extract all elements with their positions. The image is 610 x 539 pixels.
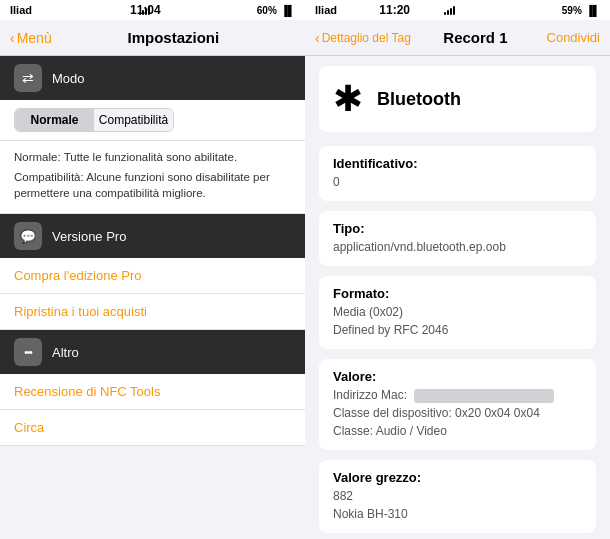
indirizzo-label: Indirizzo Mac: <box>333 388 407 402</box>
modo-label: Modo <box>52 71 85 86</box>
description-block: Normale: Tutte le funzionalità sono abil… <box>0 141 305 214</box>
classe-label: Classe del dispositivo: <box>333 406 452 420</box>
condividi-button[interactable]: Condividi <box>540 30 600 45</box>
valore-label: Valore: <box>333 369 582 384</box>
right-battery-area: 59% ▐▌ <box>562 5 600 16</box>
right-back-label: Dettaglio del Tag <box>322 31 411 45</box>
valore-classe-type: Classe: Audio / Video <box>333 422 582 440</box>
segment-control-wrap: Normale Compatibilità <box>0 100 305 141</box>
description-line1: Normale: Tutte le funzionalità sono abil… <box>14 149 291 165</box>
ripristina-link[interactable]: Ripristina i tuoi acquisti <box>0 294 305 330</box>
left-panel: Iliad 11:04 60% ▐▌ ‹ Menù Impostazioni ⇄… <box>0 0 305 539</box>
altro-label: Altro <box>52 345 79 360</box>
valore-grezzo-label: Valore grezzo: <box>333 470 582 485</box>
left-back-button[interactable]: ‹ Menù <box>10 30 52 46</box>
compra-link[interactable]: Compra l'edizione Pro <box>0 258 305 294</box>
tipo-label: Tipo: <box>333 221 582 236</box>
versione-icon: 💬 <box>14 222 42 250</box>
right-chevron-icon: ‹ <box>315 30 320 46</box>
left-carrier: Iliad <box>10 4 32 16</box>
formato-value2: Defined by RFC 2046 <box>333 321 582 339</box>
right-panel: Iliad 11:20 59% ▐▌ ‹ Dettaglio del Tag R… <box>305 0 610 539</box>
valore-grezzo-section: Valore grezzo: 882 Nokia BH-310 <box>319 460 596 533</box>
valore-grezzo-value2: Nokia BH-310 <box>333 505 582 523</box>
right-status-bar: Iliad 11:20 59% ▐▌ <box>305 0 610 20</box>
circa-link[interactable]: Circa <box>0 410 305 446</box>
altro-section-header: ••• Altro <box>0 330 305 374</box>
segment-normale[interactable]: Normale <box>15 109 94 131</box>
versione-label: Versione Pro <box>52 229 126 244</box>
modo-section-header: ⇄ Modo <box>0 56 305 100</box>
left-battery-pct: 60% <box>257 5 277 16</box>
valore-indirizzo: Indirizzo Mac: <box>333 386 582 404</box>
valore-section: Valore: Indirizzo Mac: Classe del dispos… <box>319 359 596 450</box>
left-back-label: Menù <box>17 30 52 46</box>
right-back-button[interactable]: ‹ Dettaglio del Tag <box>315 30 411 46</box>
modo-icon: ⇄ <box>14 64 42 92</box>
recensione-link[interactable]: Recensione di NFC Tools <box>0 374 305 410</box>
bluetooth-header: ✱ Bluetooth <box>319 66 596 132</box>
right-content: ✱ Bluetooth Identificativo: 0 Tipo: appl… <box>305 56 610 539</box>
left-nav-bar: ‹ Menù Impostazioni <box>0 20 305 56</box>
bluetooth-title: Bluetooth <box>377 89 461 110</box>
tipo-section: Tipo: application/vnd.bluetooth.ep.oob <box>319 211 596 266</box>
redacted-mac <box>414 389 554 403</box>
left-battery-icon: ▐▌ <box>281 5 295 16</box>
right-carrier: Iliad <box>315 4 337 16</box>
altro-icon: ••• <box>14 338 42 366</box>
left-chevron-icon: ‹ <box>10 30 15 46</box>
tipo-value: application/vnd.bluetooth.ep.oob <box>333 238 582 256</box>
formato-value1: Media (0x02) <box>333 303 582 321</box>
identificativo-label: Identificativo: <box>333 156 582 171</box>
left-nav-title: Impostazioni <box>52 29 295 46</box>
right-battery-icon: ▐▌ <box>586 5 600 16</box>
versione-section-header: 💬 Versione Pro <box>0 214 305 258</box>
left-battery-area: 60% ▐▌ <box>257 5 295 16</box>
identificativo-section: Identificativo: 0 <box>319 146 596 201</box>
bluetooth-icon: ✱ <box>333 78 363 120</box>
formato-section: Formato: Media (0x02) Defined by RFC 204… <box>319 276 596 349</box>
formato-label: Formato: <box>333 286 582 301</box>
right-signal-icon <box>444 5 455 15</box>
right-battery-pct: 59% <box>562 5 582 16</box>
valore-classe: Classe del dispositivo: 0x20 0x04 0x04 <box>333 404 582 422</box>
description-line2: Compatibilità: Alcune funzioni sono disa… <box>14 169 291 201</box>
left-time: 11:04 <box>130 3 161 17</box>
right-time: 11:20 <box>379 3 410 17</box>
right-nav-bar: ‹ Dettaglio del Tag Record 1 Condividi <box>305 20 610 56</box>
valore-grezzo-value1: 882 <box>333 487 582 505</box>
left-status-bar: Iliad 11:04 60% ▐▌ <box>0 0 305 20</box>
classe-value: 0x20 0x04 0x04 <box>455 406 540 420</box>
segment-compatibilita[interactable]: Compatibilità <box>94 109 173 131</box>
segment-control: Normale Compatibilità <box>14 108 174 132</box>
right-nav-title: Record 1 <box>411 29 540 46</box>
identificativo-value: 0 <box>333 173 582 191</box>
